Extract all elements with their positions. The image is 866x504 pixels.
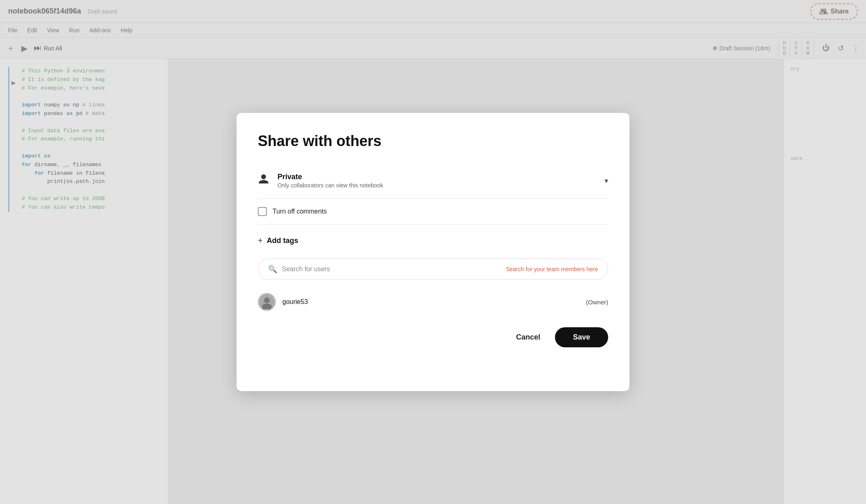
user-row: gourie53 (Owner) [258, 290, 608, 314]
add-tags-label: Add tags [267, 236, 298, 245]
user-role: (Owner) [586, 299, 608, 306]
divider-2 [258, 224, 608, 225]
modal-title: Share with others [258, 133, 608, 150]
privacy-sublabel: Only collaborators can view this noteboo… [277, 182, 596, 189]
search-users-input[interactable]: 🔍 Search for users Search for your team … [258, 259, 608, 280]
save-button[interactable]: Save [555, 327, 608, 347]
chevron-down-icon: ▾ [604, 176, 608, 185]
svg-point-1 [264, 297, 270, 303]
comments-checkbox-row: Turn off comments [258, 202, 608, 221]
privacy-dropdown[interactable]: Private Only collaborators can view this… [258, 166, 608, 195]
privacy-label: Private [277, 173, 596, 181]
search-placeholder: Search for users [282, 266, 501, 273]
share-modal: Share with others Private Only collabora… [237, 113, 629, 391]
comments-checkbox[interactable] [258, 207, 267, 216]
plus-icon: + [258, 236, 263, 245]
privacy-icon [258, 173, 269, 188]
modal-footer: Cancel Save [258, 327, 608, 347]
search-hint: Search for your team members here [506, 266, 598, 272]
comments-label: Turn off comments [273, 208, 327, 215]
modal-overlay: Share with others Private Only collabora… [0, 0, 866, 504]
add-tags-button[interactable]: + Add tags [258, 228, 608, 252]
user-name: gourie53 [282, 298, 580, 306]
search-icon: 🔍 [268, 265, 277, 274]
privacy-text: Private Only collaborators can view this… [277, 173, 596, 189]
user-avatar [258, 293, 276, 311]
divider-1 [258, 198, 608, 199]
cancel-button[interactable]: Cancel [508, 328, 548, 346]
